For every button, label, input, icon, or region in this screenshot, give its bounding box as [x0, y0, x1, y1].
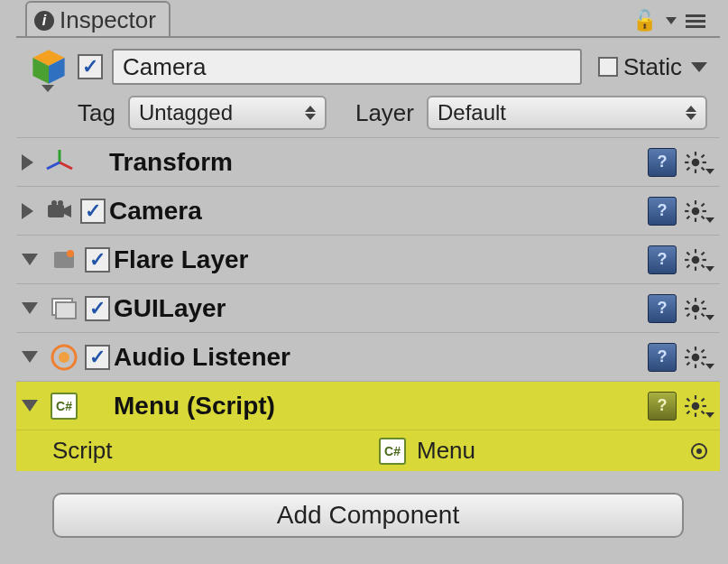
svg-rect-64: [685, 404, 688, 406]
component-enabled-checkbox[interactable]: [85, 247, 110, 273]
foldout-arrow-icon[interactable]: [22, 254, 38, 265]
tag-value: Untagged: [139, 100, 233, 125]
svg-rect-20: [695, 200, 696, 204]
svg-rect-67: [701, 410, 705, 414]
static-dropdown-caret[interactable]: [691, 62, 707, 72]
svg-rect-32: [695, 266, 696, 270]
lock-icon[interactable]: 🔓: [632, 9, 657, 32]
panel-menu-icon[interactable]: [686, 14, 705, 28]
svg-line-4: [60, 162, 72, 169]
help-book-icon[interactable]: ?: [648, 294, 677, 323]
svg-rect-66: [687, 397, 691, 402]
help-book-icon[interactable]: ?: [648, 148, 677, 177]
component-name: Audio Listener: [114, 343, 290, 372]
svg-rect-7: [695, 152, 696, 155]
svg-rect-33: [685, 258, 688, 260]
component-gear-icon[interactable]: [684, 297, 707, 320]
component-gear-icon[interactable]: [684, 394, 707, 418]
foldout-arrow-icon[interactable]: [22, 351, 38, 363]
svg-rect-42: [695, 298, 696, 301]
help-book-icon[interactable]: ?: [648, 392, 677, 421]
tag-label: Tag: [78, 99, 115, 127]
svg-rect-58: [701, 361, 705, 365]
svg-point-61: [692, 402, 700, 410]
add-component-button[interactable]: Add Component: [52, 493, 684, 538]
svg-point-19: [692, 207, 700, 215]
layer-label: Layer: [355, 99, 414, 127]
svg-rect-63: [695, 412, 696, 416]
svg-point-51: [59, 352, 69, 363]
foldout-arrow-icon[interactable]: [22, 302, 38, 314]
layer-value: Default: [438, 100, 506, 125]
svg-point-17: [51, 200, 57, 206]
component-gear-icon[interactable]: [684, 151, 707, 174]
foldout-arrow-icon[interactable]: [22, 203, 33, 219]
tag-dropdown[interactable]: Untagged: [128, 96, 327, 130]
property-row: ScriptC#Menu: [16, 430, 720, 471]
component-header-2[interactable]: Flare Layer?: [16, 235, 720, 283]
svg-point-52: [692, 353, 700, 361]
svg-point-30: [692, 255, 700, 264]
component-name: Transform: [109, 148, 233, 177]
help-book-icon[interactable]: ?: [648, 197, 677, 226]
help-book-icon[interactable]: ?: [648, 343, 677, 372]
property-label: Script: [52, 437, 112, 465]
component-name: Menu (Script): [114, 392, 275, 421]
svg-rect-62: [695, 395, 696, 399]
object-picker-icon[interactable]: [691, 443, 707, 459]
gameobject-cube-icon[interactable]: [29, 47, 69, 87]
svg-rect-69: [687, 410, 691, 414]
component-enabled-checkbox[interactable]: [85, 345, 110, 370]
svg-rect-10: [703, 161, 706, 162]
component-header-1[interactable]: Camera?: [16, 186, 720, 235]
svg-rect-8: [695, 169, 696, 172]
cs-icon: C#: [49, 391, 79, 421]
component-enabled-checkbox[interactable]: [80, 199, 106, 224]
svg-rect-12: [701, 166, 705, 171]
static-label: Static: [623, 53, 682, 81]
component-enabled-checkbox[interactable]: [85, 296, 110, 321]
inspector-tab[interactable]: i Inspector: [25, 1, 170, 36]
svg-rect-49: [687, 312, 691, 317]
tab-menu-caret[interactable]: [666, 17, 677, 24]
svg-rect-55: [685, 356, 688, 357]
svg-rect-15: [48, 205, 64, 217]
gameobject-header: Static Tag Untagged Layer Default: [16, 38, 720, 137]
svg-point-41: [692, 304, 700, 312]
svg-rect-47: [701, 312, 705, 317]
svg-point-29: [67, 250, 74, 257]
component-header-0[interactable]: Transform?: [16, 137, 720, 186]
tab-bar: i Inspector 🔓: [16, 0, 720, 38]
component-header-4[interactable]: Audio Listener?: [16, 332, 720, 381]
component-gear-icon[interactable]: [684, 346, 707, 369]
svg-rect-44: [685, 307, 688, 309]
svg-rect-57: [687, 348, 691, 353]
component-name: Camera: [109, 197, 202, 226]
foldout-arrow-icon[interactable]: [22, 154, 33, 171]
svg-rect-11: [687, 153, 691, 158]
layer-dropdown[interactable]: Default: [427, 96, 707, 130]
svg-rect-22: [685, 209, 688, 211]
svg-rect-65: [703, 404, 706, 406]
component-gear-icon[interactable]: [684, 199, 707, 223]
svg-rect-68: [701, 397, 705, 402]
svg-rect-48: [701, 300, 705, 304]
component-name: GUILayer: [114, 294, 226, 323]
svg-rect-13: [701, 153, 705, 158]
component-gear-icon[interactable]: [684, 248, 707, 272]
svg-rect-9: [685, 161, 688, 162]
gameobject-name-input[interactable]: [112, 49, 582, 85]
svg-rect-25: [701, 215, 705, 219]
foldout-arrow-icon[interactable]: [22, 400, 38, 411]
component-header-3[interactable]: GUILayer?: [16, 283, 720, 332]
svg-rect-54: [695, 364, 696, 367]
svg-rect-27: [687, 215, 691, 219]
help-book-icon[interactable]: ?: [648, 245, 677, 274]
component-name: Flare Layer: [114, 245, 248, 274]
svg-rect-23: [703, 209, 706, 211]
static-checkbox[interactable]: [598, 57, 618, 77]
gameobject-enabled-checkbox[interactable]: [78, 54, 103, 79]
svg-rect-56: [703, 356, 706, 357]
component-header-5[interactable]: C#Menu (Script)?: [16, 381, 720, 430]
add-component-label: Add Component: [277, 501, 459, 530]
